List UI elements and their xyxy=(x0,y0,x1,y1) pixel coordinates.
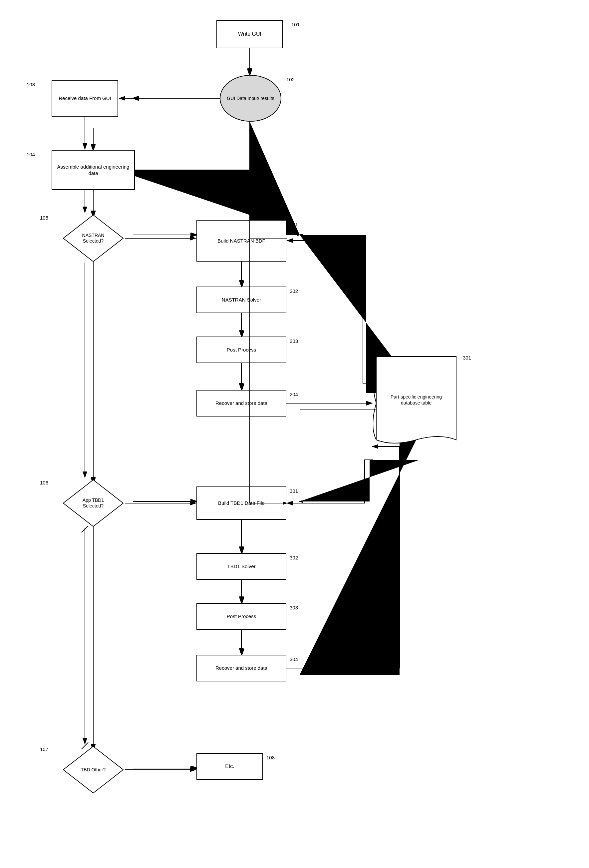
tbd1-solver-box: TBD1 Solver xyxy=(196,553,286,580)
label-204: 204 xyxy=(290,391,298,397)
svg-marker-20 xyxy=(63,480,123,527)
label-104: 104 xyxy=(27,152,35,157)
label-202: 202 xyxy=(290,288,298,294)
label-302: 302 xyxy=(290,555,298,561)
assemble-data-box: Assemble additional engineering data xyxy=(52,150,135,190)
flowchart-diagram: Write GUI 101 GUI Data Input/ results 10… xyxy=(0,0,589,868)
label-103: 103 xyxy=(27,82,35,87)
svg-marker-18 xyxy=(63,215,123,261)
receive-data-box: Receive data From GUI xyxy=(52,80,118,117)
label-101: 101 xyxy=(292,22,300,27)
post-process-2-box: Post Process xyxy=(196,603,286,630)
label-301-db: 301 xyxy=(463,355,471,360)
tbd-other-diamond: TBD Other? xyxy=(62,745,125,795)
svg-marker-21 xyxy=(63,746,123,793)
label-201: 201 xyxy=(290,221,298,227)
label-304: 304 xyxy=(290,656,298,662)
part-specific-db: Part-specific engineering database table xyxy=(373,353,459,446)
label-303: 303 xyxy=(290,605,298,610)
recover-store-2-box: Recover and store data xyxy=(196,655,286,681)
label-107: 107 xyxy=(40,746,48,752)
gui-data-ellipse: GUI Data Input/ results xyxy=(220,75,281,122)
recover-store-1-box: Recover and store data xyxy=(196,390,286,416)
build-nastran-box: Build NASTRAN BDF xyxy=(196,220,286,261)
label-301-build: 301 xyxy=(290,488,298,494)
label-108: 108 xyxy=(267,755,275,760)
label-105: 105 xyxy=(40,215,48,221)
build-tbd1-box: Build TBD1 Data File xyxy=(196,487,286,520)
app-tbd1-selected-diamond: App TBD1 Selected? xyxy=(62,478,125,528)
write-gui-box: Write GUI xyxy=(216,20,283,48)
nastran-solver-box: NASTRAN Solver xyxy=(196,286,286,313)
label-203: 203 xyxy=(290,338,298,344)
arrows-overlay xyxy=(0,0,589,868)
arrows-layer xyxy=(0,0,589,868)
label-106: 106 xyxy=(40,480,48,486)
etc-box: Etc. xyxy=(196,753,263,780)
nastran-selected-diamond: NASTRAN Selected? xyxy=(62,213,125,263)
label-102: 102 xyxy=(286,77,294,82)
post-process-1-box: Post Process xyxy=(196,337,286,363)
